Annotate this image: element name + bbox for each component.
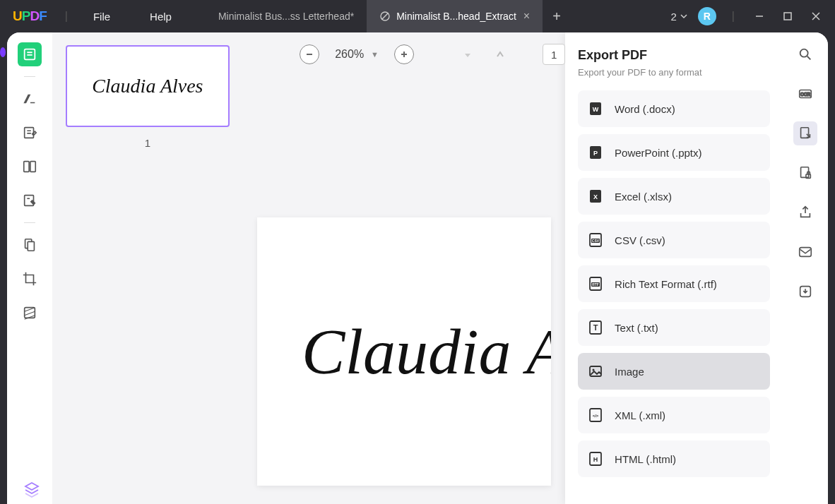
export-image[interactable]: Image xyxy=(578,353,770,390)
export-xml[interactable]: </> XML (.xml) xyxy=(578,397,770,433)
prev-page-button[interactable] xyxy=(492,46,509,63)
page-number-field[interactable]: 1 xyxy=(543,44,565,65)
tab-document-2[interactable]: Minimalist B...head_Extract × xyxy=(367,0,543,32)
organize-tool[interactable] xyxy=(18,155,42,179)
export-powerpoint[interactable]: P PowerPoint (.pptx) xyxy=(578,134,770,171)
export-panel: Export PDF Export your PDF to any format… xyxy=(565,32,783,504)
edit-tool[interactable] xyxy=(18,121,42,145)
export-html[interactable]: H HTML (.html) xyxy=(578,440,770,477)
caret-down-icon: ▼ xyxy=(371,50,379,59)
ocr-tool[interactable]: OCR xyxy=(793,82,817,106)
main-area: Claudia Alves 1 260% ▼ 1 Claudia Alves E… xyxy=(7,32,828,504)
document-text: Claudia Alves xyxy=(302,314,551,389)
email-tool[interactable] xyxy=(793,240,817,264)
layers-button[interactable] xyxy=(21,479,42,500)
protect-tool[interactable] xyxy=(793,161,817,185)
tab-label: Minimalist Bus...ss Letterhead* xyxy=(218,11,354,22)
rtf-icon: RTF xyxy=(588,276,603,292)
zoom-dropdown[interactable]: 260% ▼ xyxy=(335,48,379,61)
redact-tool[interactable] xyxy=(18,301,42,325)
save-tool[interactable] xyxy=(793,280,817,304)
svg-rect-4 xyxy=(24,162,29,172)
crop-tool[interactable] xyxy=(18,267,42,291)
tab-label: Minimalist B...head_Extract xyxy=(396,11,516,22)
panel-knob[interactable] xyxy=(0,47,6,57)
export-subtitle: Export your PDF to any format xyxy=(578,67,770,78)
svg-text:</>: </> xyxy=(593,414,599,418)
export-label: Rich Text Format (.rtf) xyxy=(615,278,717,290)
page-tool[interactable] xyxy=(18,233,42,257)
svg-text:CSV: CSV xyxy=(592,239,600,243)
export-rtf[interactable]: RTF Rich Text Format (.rtf) xyxy=(578,265,770,302)
html-icon: H xyxy=(588,451,603,467)
tab-strip: Minimalist Bus...ss Letterhead* Minimali… xyxy=(206,0,671,32)
image-icon xyxy=(588,364,603,379)
window-count-number: 2 xyxy=(671,11,677,23)
export-label: CSV (.csv) xyxy=(615,234,665,246)
tab-document-1[interactable]: Minimalist Bus...ss Letterhead* xyxy=(206,0,367,32)
canvas-area: 260% ▼ 1 Claudia Alves xyxy=(243,32,565,504)
document-page: Claudia Alves xyxy=(257,217,551,486)
svg-text:OCR: OCR xyxy=(800,92,811,97)
maximize-button[interactable] xyxy=(778,7,797,25)
menu-help[interactable]: Help xyxy=(130,11,191,23)
thumbnail-preview: Claudia Alves xyxy=(92,75,203,97)
separator: | xyxy=(59,10,73,23)
separator: | xyxy=(726,10,740,23)
new-tab-button[interactable]: + xyxy=(543,0,571,32)
text-icon: T xyxy=(588,320,603,335)
close-icon[interactable]: × xyxy=(523,10,530,23)
export-title: Export PDF xyxy=(578,48,770,63)
search-tool[interactable] xyxy=(793,42,817,66)
menu-file[interactable]: File xyxy=(73,11,130,23)
chevron-down-icon xyxy=(680,12,688,20)
zoom-value: 260% xyxy=(335,48,364,61)
svg-text:T: T xyxy=(593,323,598,332)
svg-text:H: H xyxy=(593,456,598,463)
separator xyxy=(24,222,35,223)
export-tool[interactable] xyxy=(793,121,817,145)
export-excel[interactable]: X Excel (.xlsx) xyxy=(578,178,770,215)
svg-text:P: P xyxy=(593,150,598,157)
export-csv[interactable]: CSV CSV (.csv) xyxy=(578,222,770,258)
first-page-button[interactable] xyxy=(459,46,476,63)
window-count[interactable]: 2 xyxy=(671,11,688,23)
thumbnails-panel: Claudia Alves 1 xyxy=(52,32,243,504)
app-logo: UPDF xyxy=(0,8,59,24)
export-label: XML (.xml) xyxy=(615,409,665,421)
svg-rect-1 xyxy=(784,13,791,20)
minimize-button[interactable] xyxy=(750,7,769,25)
fillform-tool[interactable] xyxy=(18,188,42,212)
xml-icon: </> xyxy=(588,407,603,423)
csv-icon: CSV xyxy=(588,232,603,248)
titlebar: UPDF | File Help Minimalist Bus...ss Let… xyxy=(0,0,835,32)
svg-rect-33 xyxy=(801,128,809,138)
powerpoint-icon: P xyxy=(588,145,603,160)
zoom-in-button[interactable] xyxy=(394,44,414,64)
thumbnail-number: 1 xyxy=(145,137,150,149)
zoom-out-button[interactable] xyxy=(300,44,319,64)
export-label: Excel (.xlsx) xyxy=(615,191,672,203)
canvas-viewport[interactable]: Claudia Alves xyxy=(243,76,565,504)
right-toolbar: OCR xyxy=(783,32,828,504)
comment-tool[interactable] xyxy=(18,87,42,111)
view-toolbar: 260% ▼ 1 xyxy=(243,32,565,76)
separator xyxy=(24,76,35,77)
avatar[interactable]: R xyxy=(698,7,716,25)
word-icon: W xyxy=(588,101,603,116)
share-tool[interactable] xyxy=(793,200,817,224)
close-button[interactable] xyxy=(807,7,825,25)
export-label: Text (.txt) xyxy=(615,322,658,334)
titlebar-right: 2 R | xyxy=(671,7,836,25)
svg-rect-8 xyxy=(28,241,34,251)
svg-rect-3 xyxy=(24,128,33,138)
export-text[interactable]: T Text (.txt) xyxy=(578,309,770,346)
thumbnail-page-1[interactable]: Claudia Alves xyxy=(66,45,230,127)
export-word[interactable]: W Word (.docx) xyxy=(578,90,770,127)
export-label: Image xyxy=(615,366,644,378)
reader-tool[interactable] xyxy=(18,42,42,66)
svg-rect-24 xyxy=(590,366,601,376)
readonly-icon xyxy=(379,11,391,22)
left-toolbar xyxy=(7,32,52,504)
excel-icon: X xyxy=(588,188,603,204)
